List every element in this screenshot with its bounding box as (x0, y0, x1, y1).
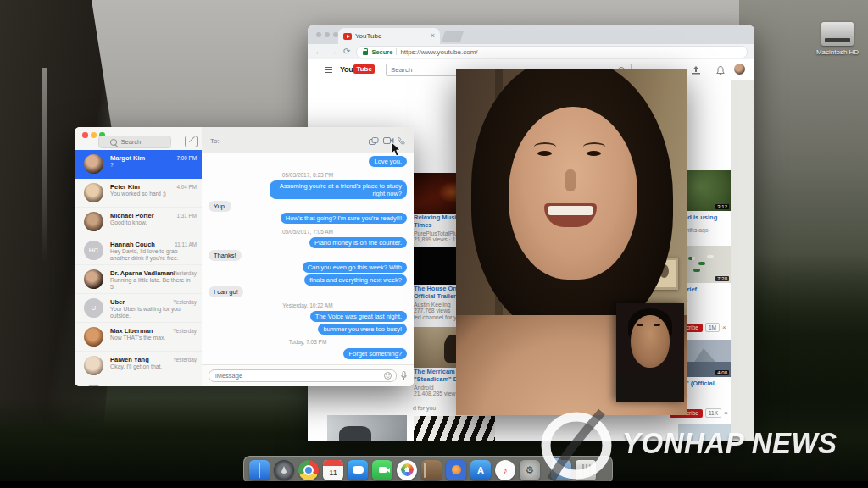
dock-icon-launchpad[interactable] (274, 460, 294, 480)
back-icon[interactable]: ← (314, 47, 323, 56)
window-minimize-button[interactable] (325, 32, 330, 37)
subscriber-count: 11K (705, 408, 721, 418)
chat-bubble-sent: Love you. (369, 156, 407, 167)
mouse-cursor (391, 141, 401, 157)
dock-icon-photo-booth[interactable] (446, 460, 466, 480)
caller-eye (537, 151, 552, 156)
dock-icon-downloads[interactable] (551, 460, 571, 480)
subscriber-count: 1M (705, 323, 720, 332)
dock-icon-trash[interactable] (576, 460, 596, 480)
dock-icon-messages[interactable] (348, 460, 368, 480)
screen-share-icon[interactable] (369, 137, 379, 145)
window-close-button[interactable] (82, 132, 88, 138)
self-view-eye (654, 324, 660, 326)
conversation-row[interactable]: Michael Porter 1:31 PM Good to know. (75, 208, 202, 236)
avatar (84, 154, 103, 174)
avatar-initials: HC (84, 241, 103, 260)
omnibox-divider (396, 48, 397, 55)
account-avatar[interactable] (734, 64, 745, 75)
upload-icon[interactable] (691, 66, 701, 75)
conversation-row[interactable]: Dr. Aparna Vadlamani Yesterday Running a… (75, 265, 202, 294)
conversation-search-input[interactable] (120, 137, 160, 147)
conversation-row[interactable]: Max Liberman Yesterday Now THAT's the ma… (75, 323, 202, 352)
page-url: https://www.youtube.com/ (400, 48, 477, 56)
chat-bubble-sent: Assuming you're at a friend's place to s… (270, 180, 407, 199)
chat-bubble-sent: How's that going? I'm sure you're ready!… (281, 213, 407, 224)
dismiss-icon[interactable]: × (722, 324, 726, 331)
caller-face (509, 107, 637, 280)
new-tab-button[interactable] (442, 30, 465, 42)
video-thumbnail[interactable]: 1:45:13 (678, 424, 731, 441)
youtube-logo[interactable]: You Tube (340, 64, 375, 74)
https-lock-icon (363, 51, 368, 55)
conversation-row[interactable]: HC Hannah Couch 11:11 AM Hey David, I'd … (75, 236, 202, 265)
conversation-row[interactable]: Paiwen Yang Yesterday Okay, I'll get on … (75, 352, 202, 380)
dismiss-icon[interactable]: × (724, 409, 728, 417)
messages-sidebar: Margot Kim 7:00 PM ? Peter Kim 4:04 PM Y… (75, 127, 203, 386)
message-input[interactable] (214, 371, 384, 380)
video-card[interactable]: 6:36 Nug aneesh815 1,711 views · 10 year… (327, 415, 407, 441)
conversation-search-box[interactable] (98, 136, 171, 148)
browser-tab-youtube[interactable]: YouTube × (338, 28, 440, 44)
omnibox[interactable]: Secure https://www.youtube.com/ (356, 46, 748, 58)
chat-bubble-received: Yup. (209, 201, 231, 212)
chat-bubble-sent: bummer you were too busy! (318, 324, 407, 335)
chat-pane: To: Love you. 05/03/2017, 8:23 PM Assumi… (202, 127, 414, 386)
conversation-row[interactable]: U Uber Yesterday Your Uber is waiting fo… (75, 294, 202, 323)
calendar-day: 11 (323, 466, 343, 480)
self-view-face (631, 315, 670, 368)
avatar (84, 356, 103, 375)
tab-title: YouTube (355, 32, 427, 40)
hard-drive-icon (821, 22, 854, 46)
chat-bubble-sent: Piano money is on the counter. (309, 237, 407, 248)
conversation-list: Margot Kim 7:00 PM ? Peter Kim 4:04 PM Y… (75, 150, 202, 386)
dock-icon-contacts[interactable] (421, 460, 442, 480)
caller-eye (587, 151, 601, 156)
duration-badge: 4:08 (715, 370, 729, 375)
dock-icon-photos[interactable] (397, 460, 417, 480)
dock-icon-calendar[interactable]: 11 (323, 460, 343, 480)
window-close-button[interactable] (316, 32, 321, 37)
self-view-eye (637, 324, 643, 326)
conversation-row[interactable]: Peter Kim 4:04 PM You worked so hard ;) (75, 179, 202, 208)
tab-strip: YouTube × (308, 25, 754, 44)
compose-icon[interactable] (185, 136, 198, 147)
chat-timestamp: 05/05/2017, 7:05 AM (282, 229, 333, 235)
search-icon (110, 139, 117, 146)
video-thumbnail[interactable] (414, 416, 495, 441)
video-card[interactable]: Classical Music f PurePlusTotalPlusRelax… (414, 416, 495, 441)
forward-icon[interactable]: → (329, 47, 337, 56)
dock-icon-system-preferences[interactable]: ⚙ (520, 460, 540, 480)
avatar (84, 212, 103, 231)
drive-label: Macintosh HD (812, 48, 863, 56)
video-card[interactable]: 1:45:13 g Proposal (678, 424, 731, 441)
chat-bubble-received: Thanks! (209, 250, 242, 261)
dock-icon-itunes[interactable]: ♪ (495, 460, 515, 480)
chat-delivery-status: Delivered (382, 360, 405, 361)
avatar-initials: U (84, 298, 103, 318)
hamburger-menu-icon[interactable] (325, 67, 332, 73)
video-thumbnail[interactable]: 6:36 (327, 415, 407, 441)
window-minimize-button[interactable] (91, 132, 97, 138)
chat-bubble-sent: finals and everything next week? (304, 274, 407, 286)
self-view-shirt (616, 376, 684, 402)
desktop-icon-macintosh-hd[interactable]: Macintosh HD (812, 22, 863, 56)
emoji-icon[interactable] (384, 372, 392, 380)
music-note-icon: ♪ (503, 465, 508, 475)
refresh-icon[interactable]: ⟳ (343, 47, 350, 56)
scrollbar-track[interactable] (731, 80, 754, 441)
chat-timestamp: Yesterday, 10:22 AM (282, 302, 332, 308)
conversation-row-margot[interactable]: Margot Kim 7:00 PM ? (75, 150, 202, 179)
tab-close-icon[interactable]: × (431, 32, 435, 40)
chat-bubble-sent: Forget something? (343, 348, 407, 359)
notifications-bell-icon[interactable] (716, 66, 725, 75)
dock-icon-app-store[interactable]: A (470, 460, 491, 480)
dock-icon-chrome[interactable] (298, 460, 319, 480)
microphone-icon[interactable] (401, 371, 407, 380)
avatar (84, 327, 103, 347)
dock-icon-facetime[interactable] (372, 460, 392, 480)
conversation-row[interactable]: Mary Costa Yesterday That's hilarious. (75, 380, 202, 386)
facetime-self-view[interactable] (616, 303, 684, 402)
dock-icon-finder[interactable] (249, 460, 270, 480)
message-input-field[interactable] (209, 369, 397, 382)
